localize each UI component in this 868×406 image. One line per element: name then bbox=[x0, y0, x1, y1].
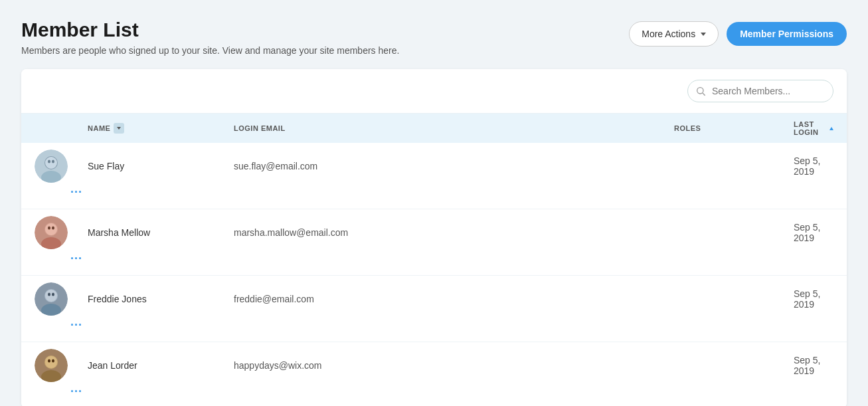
svg-point-24 bbox=[48, 359, 50, 363]
th-last-login[interactable]: LAST LOGIN bbox=[794, 120, 833, 136]
avatar bbox=[35, 216, 68, 249]
member-name: Freddie Jones bbox=[88, 294, 234, 304]
search-bar-row bbox=[21, 69, 847, 114]
sort-up-icon bbox=[829, 127, 833, 130]
member-last-login: Sep 5, 2019 bbox=[794, 222, 833, 243]
member-name: Jean Lorder bbox=[88, 360, 234, 371]
member-email: freddie@email.com bbox=[234, 294, 674, 304]
svg-point-19 bbox=[52, 293, 54, 296]
header-right: More Actions Member Permissions bbox=[629, 19, 847, 47]
th-login-email[interactable]: LOGIN EMAIL bbox=[234, 124, 674, 132]
chevron-down-icon bbox=[701, 33, 706, 36]
search-icon bbox=[695, 86, 706, 96]
member-email: sue.flay@email.com bbox=[234, 161, 674, 171]
member-name: Marsha Mellow bbox=[88, 227, 234, 238]
page-container: Member List Members are people who signe… bbox=[0, 0, 868, 406]
row-more-menu-button[interactable]: ··· bbox=[65, 316, 88, 335]
member-permissions-button[interactable]: Member Permissions bbox=[727, 22, 847, 46]
page-subtitle: Members are people who signed up to your… bbox=[21, 45, 399, 56]
more-actions-label: More Actions bbox=[642, 29, 695, 39]
member-permissions-label: Member Permissions bbox=[740, 29, 833, 39]
svg-line-1 bbox=[703, 93, 705, 96]
member-email: happydays@wix.com bbox=[234, 360, 674, 371]
member-last-login: Sep 5, 2019 bbox=[794, 355, 833, 376]
content-panel: NAME LOGIN EMAIL ROLES LAST LOGIN bbox=[21, 69, 847, 406]
member-last-login: Sep 5, 2019 bbox=[794, 288, 833, 310]
name-sort-icon bbox=[114, 123, 124, 134]
more-actions-button[interactable]: More Actions bbox=[629, 21, 719, 47]
search-wrapper bbox=[687, 80, 833, 102]
member-last-login: Sep 5, 2019 bbox=[794, 155, 833, 177]
svg-point-11 bbox=[45, 223, 57, 235]
svg-point-25 bbox=[52, 359, 54, 363]
th-roles[interactable]: ROLES bbox=[674, 124, 794, 132]
svg-point-13 bbox=[52, 227, 54, 230]
page-title: Member List bbox=[21, 19, 399, 41]
row-more-menu-button[interactable]: ··· bbox=[65, 382, 88, 401]
table-row: Marsha Mellow marsha.mallow@email.com Se… bbox=[21, 209, 847, 276]
avatar bbox=[35, 349, 68, 382]
member-name: Sue Flay bbox=[88, 161, 234, 171]
svg-point-0 bbox=[697, 88, 703, 94]
member-email: marsha.mallow@email.com bbox=[234, 227, 674, 238]
svg-point-23 bbox=[45, 356, 57, 368]
svg-point-6 bbox=[48, 160, 50, 163]
svg-point-17 bbox=[45, 290, 57, 302]
row-more-menu-button[interactable]: ··· bbox=[65, 249, 88, 268]
th-name[interactable]: NAME bbox=[88, 123, 234, 134]
table-row: Sue Flay sue.flay@email.com Sep 5, 2019 … bbox=[21, 143, 847, 209]
table-row: Jean Lorder happydays@wix.com Sep 5, 201… bbox=[21, 342, 847, 406]
svg-point-7 bbox=[52, 160, 54, 163]
sort-chevron-icon bbox=[117, 127, 121, 130]
table-header: NAME LOGIN EMAIL ROLES LAST LOGIN bbox=[21, 114, 847, 143]
members-list: Sue Flay sue.flay@email.com Sep 5, 2019 … bbox=[21, 143, 847, 406]
header-left: Member List Members are people who signe… bbox=[21, 19, 399, 56]
search-input[interactable] bbox=[687, 80, 833, 102]
table-row: Freddie Jones freddie@email.com Sep 5, 2… bbox=[21, 276, 847, 342]
svg-point-5 bbox=[45, 157, 57, 169]
avatar bbox=[35, 150, 68, 183]
avatar bbox=[35, 282, 68, 316]
row-more-menu-button[interactable]: ··· bbox=[65, 183, 88, 202]
svg-point-12 bbox=[48, 227, 50, 230]
svg-point-18 bbox=[48, 293, 50, 296]
page-header: Member List Members are people who signe… bbox=[21, 19, 847, 56]
